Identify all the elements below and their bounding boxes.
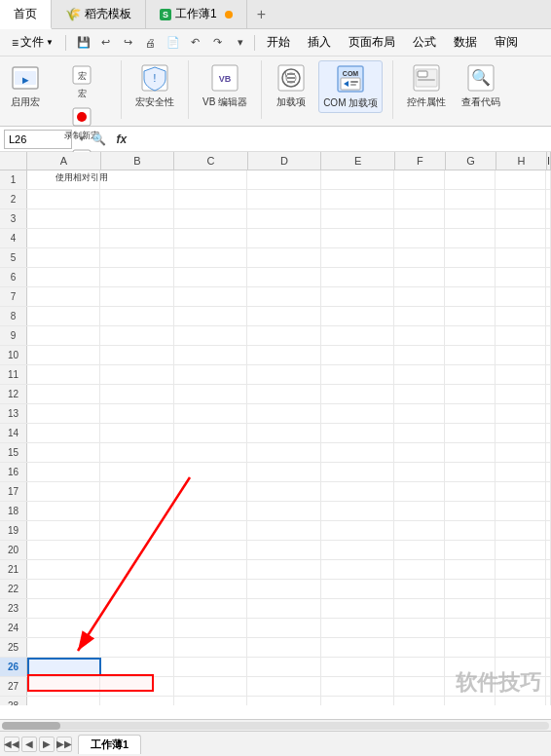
cell-A12[interactable] bbox=[27, 385, 100, 403]
cell-B12[interactable] bbox=[100, 385, 173, 403]
cell-A15[interactable] bbox=[27, 443, 100, 462]
menu-file[interactable]: ≡ 文件 ▼ bbox=[4, 32, 61, 53]
row-number-18[interactable]: 18 bbox=[0, 502, 27, 520]
cell-H1[interactable] bbox=[496, 170, 546, 189]
cell-A3[interactable] bbox=[27, 209, 100, 228]
cell-D7[interactable] bbox=[247, 287, 320, 306]
cell-B23[interactable] bbox=[100, 599, 173, 618]
cell-G17[interactable] bbox=[445, 482, 496, 501]
cell-C11[interactable] bbox=[174, 365, 247, 384]
cell-G3[interactable] bbox=[445, 209, 496, 228]
row-number-5[interactable]: 5 bbox=[0, 248, 27, 267]
save-icon-btn[interactable]: 💾 bbox=[74, 33, 93, 53]
menu-insert[interactable]: 插入 bbox=[300, 32, 339, 53]
cell-A8[interactable] bbox=[27, 307, 100, 325]
redo2-icon-btn[interactable]: ↷ bbox=[208, 33, 228, 53]
cell-E7[interactable] bbox=[321, 287, 394, 306]
cell-E14[interactable] bbox=[321, 424, 394, 442]
cell-I19[interactable] bbox=[546, 521, 551, 540]
row-number-9[interactable]: 9 bbox=[0, 326, 27, 345]
menu-start[interactable]: 开始 bbox=[259, 32, 298, 53]
cell-D14[interactable] bbox=[247, 424, 320, 442]
cell-H19[interactable] bbox=[496, 521, 546, 540]
sheet-nav-next[interactable]: ▶ bbox=[39, 737, 55, 752]
cell-D17[interactable] bbox=[247, 482, 320, 501]
cell-E15[interactable] bbox=[321, 443, 394, 462]
cell-A7[interactable] bbox=[27, 287, 100, 306]
cell-H22[interactable] bbox=[496, 580, 546, 598]
cell-F9[interactable] bbox=[394, 326, 445, 345]
more-icon-btn[interactable]: ▾ bbox=[231, 33, 250, 53]
cell-A23[interactable] bbox=[27, 599, 100, 618]
cell-E11[interactable] bbox=[321, 365, 394, 384]
menu-data[interactable]: 数据 bbox=[446, 32, 485, 53]
cell-I24[interactable] bbox=[546, 619, 551, 637]
cell-E17[interactable] bbox=[321, 482, 394, 501]
cell-F15[interactable] bbox=[394, 443, 445, 462]
row-number-4[interactable]: 4 bbox=[0, 229, 27, 247]
row-number-24[interactable]: 24 bbox=[0, 619, 27, 637]
cell-C6[interactable] bbox=[174, 268, 247, 286]
cell-C16[interactable] bbox=[174, 463, 247, 481]
cell-B4[interactable] bbox=[100, 229, 173, 247]
row-number-3[interactable]: 3 bbox=[0, 209, 27, 228]
cell-B21[interactable] bbox=[100, 560, 173, 579]
cell-G7[interactable] bbox=[445, 287, 496, 306]
cell-C15[interactable] bbox=[174, 443, 247, 462]
cell-F16[interactable] bbox=[394, 463, 445, 481]
col-header-A[interactable]: A bbox=[27, 152, 101, 170]
cell-F3[interactable] bbox=[394, 209, 445, 228]
cell-B2[interactable] bbox=[100, 190, 173, 208]
cell-E22[interactable] bbox=[321, 580, 394, 598]
cell-D15[interactable] bbox=[247, 443, 320, 462]
cell-I18[interactable] bbox=[546, 502, 551, 520]
cell-A19[interactable] bbox=[27, 521, 100, 540]
view-code-button[interactable]: 🔍 查看代码 bbox=[458, 60, 504, 111]
tab-workbook[interactable]: S 工作薄1 bbox=[146, 0, 247, 28]
cell-I5[interactable] bbox=[546, 248, 551, 267]
cell-H28[interactable] bbox=[496, 697, 546, 705]
cell-A26[interactable] bbox=[27, 658, 101, 676]
row-number-12[interactable]: 12 bbox=[0, 385, 27, 403]
corner-cell[interactable] bbox=[0, 152, 27, 170]
cell-A18[interactable] bbox=[27, 502, 100, 520]
cell-C18[interactable] bbox=[174, 502, 247, 520]
cell-D18[interactable] bbox=[247, 502, 320, 520]
cell-H12[interactable] bbox=[496, 385, 546, 403]
cell-A28[interactable] bbox=[27, 697, 100, 705]
cell-G19[interactable] bbox=[445, 521, 496, 540]
cell-A25[interactable] bbox=[27, 638, 100, 657]
cell-B6[interactable] bbox=[100, 268, 173, 286]
col-header-G[interactable]: G bbox=[446, 152, 496, 170]
cell-G22[interactable] bbox=[445, 580, 496, 598]
sheet-nav-prev[interactable]: ◀ bbox=[21, 737, 37, 752]
cell-E8[interactable] bbox=[321, 307, 394, 325]
cell-D28[interactable] bbox=[247, 697, 320, 705]
cell-A14[interactable] bbox=[27, 424, 100, 442]
cell-H11[interactable] bbox=[496, 365, 546, 384]
cell-G8[interactable] bbox=[445, 307, 496, 325]
cell-G12[interactable] bbox=[445, 385, 496, 403]
cell-G4[interactable] bbox=[445, 229, 496, 247]
cell-I26[interactable] bbox=[546, 658, 551, 676]
cell-B17[interactable] bbox=[100, 482, 173, 501]
cell-I10[interactable] bbox=[546, 346, 551, 364]
cell-D23[interactable] bbox=[247, 599, 320, 618]
cell-E23[interactable] bbox=[321, 599, 394, 618]
cell-H2[interactable] bbox=[496, 190, 546, 208]
cell-B18[interactable] bbox=[100, 502, 173, 520]
cell-D20[interactable] bbox=[247, 541, 320, 559]
sheet-nav-last[interactable]: ▶▶ bbox=[56, 737, 72, 752]
cell-G5[interactable] bbox=[445, 248, 496, 267]
cell-F14[interactable] bbox=[394, 424, 445, 442]
row-number-21[interactable]: 21 bbox=[0, 560, 27, 579]
cell-E25[interactable] bbox=[321, 638, 394, 657]
cell-B10[interactable] bbox=[100, 346, 173, 364]
cell-E12[interactable] bbox=[321, 385, 394, 403]
cell-G10[interactable] bbox=[445, 346, 496, 364]
formula-input[interactable] bbox=[135, 132, 547, 146]
cell-G14[interactable] bbox=[445, 424, 496, 442]
cell-H6[interactable] bbox=[496, 268, 546, 286]
cell-F26[interactable] bbox=[394, 658, 445, 676]
row-number-28[interactable]: 28 bbox=[0, 697, 27, 705]
